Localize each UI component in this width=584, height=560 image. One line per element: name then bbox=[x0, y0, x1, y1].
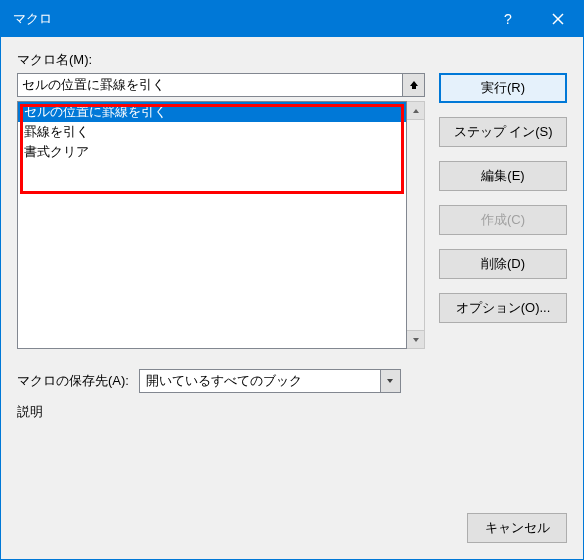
macro-name-input[interactable] bbox=[17, 73, 403, 97]
close-icon bbox=[552, 13, 564, 25]
macro-dialog: マクロ ? マクロ名(M): bbox=[0, 0, 584, 560]
macro-list-wrap: セルの位置に罫線を引く 罫線を引く 書式クリア bbox=[17, 101, 425, 349]
top-row: マクロ名(M): セルの位置に罫線を引く 罫線を引く 書式クリア bbox=[17, 51, 567, 351]
delete-button[interactable]: 削除(D) bbox=[439, 249, 567, 279]
chevron-up-icon bbox=[412, 108, 420, 114]
window-title: マクロ bbox=[13, 10, 52, 28]
store-combo-arrow[interactable] bbox=[381, 369, 401, 393]
list-item[interactable]: 罫線を引く bbox=[18, 122, 406, 142]
scroll-track[interactable] bbox=[407, 120, 424, 330]
list-scrollbar[interactable] bbox=[407, 101, 425, 349]
macro-listbox[interactable]: セルの位置に罫線を引く 罫線を引く 書式クリア bbox=[17, 101, 407, 349]
scroll-down-button[interactable] bbox=[407, 330, 424, 348]
cancel-button[interactable]: キャンセル bbox=[467, 513, 567, 543]
stepin-button[interactable]: ステップ イン(S) bbox=[439, 117, 567, 147]
dialog-body: マクロ名(M): セルの位置に罫線を引く 罫線を引く 書式クリア bbox=[1, 37, 583, 559]
help-button[interactable]: ? bbox=[483, 1, 533, 37]
chevron-down-icon bbox=[386, 378, 394, 384]
footer: キャンセル bbox=[17, 513, 567, 543]
reference-button[interactable] bbox=[403, 73, 425, 97]
up-arrow-icon bbox=[409, 80, 419, 90]
scroll-up-button[interactable] bbox=[407, 102, 424, 120]
question-icon: ? bbox=[501, 12, 515, 26]
button-column: 実行(R) ステップ イン(S) 編集(E) 作成(C) 削除(D) オプション… bbox=[439, 73, 567, 323]
store-label: マクロの保存先(A): bbox=[17, 372, 129, 390]
macro-name-label: マクロ名(M): bbox=[17, 51, 425, 69]
list-item[interactable]: 書式クリア bbox=[18, 142, 406, 162]
edit-button[interactable]: 編集(E) bbox=[439, 161, 567, 191]
left-column: マクロ名(M): セルの位置に罫線を引く 罫線を引く 書式クリア bbox=[17, 51, 425, 351]
store-row: マクロの保存先(A): 開いているすべてのブック bbox=[17, 369, 567, 393]
close-button[interactable] bbox=[533, 1, 583, 37]
description-label: 説明 bbox=[17, 403, 567, 421]
list-item[interactable]: セルの位置に罫線を引く bbox=[18, 102, 406, 122]
macro-name-row bbox=[17, 73, 425, 97]
titlebar: マクロ ? bbox=[1, 1, 583, 37]
run-button[interactable]: 実行(R) bbox=[439, 73, 567, 103]
chevron-down-icon bbox=[412, 337, 420, 343]
svg-text:?: ? bbox=[504, 12, 512, 26]
store-combobox[interactable]: 開いているすべてのブック bbox=[139, 369, 401, 393]
store-combo-text: 開いているすべてのブック bbox=[139, 369, 381, 393]
create-button: 作成(C) bbox=[439, 205, 567, 235]
options-button[interactable]: オプション(O)... bbox=[439, 293, 567, 323]
